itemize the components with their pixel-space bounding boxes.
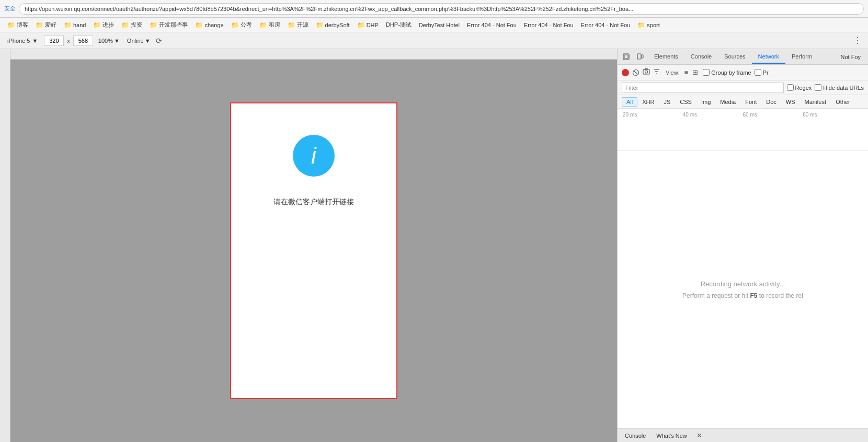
device-toolbar-icon[interactable] <box>634 51 646 63</box>
bookmark-item[interactable]: 📁hand <box>61 20 89 30</box>
bookmark-label: 开发那些事 <box>159 21 188 29</box>
info-letter-icon: i <box>311 144 316 167</box>
device-dropdown-icon: ▼ <box>32 38 38 44</box>
list-view-icon[interactable]: ≡ <box>683 68 690 77</box>
clear-button[interactable] <box>632 69 639 76</box>
group-by-frame-checkbox-group: Group by frame <box>703 69 751 76</box>
bookmark-label: hand <box>73 22 86 28</box>
device-selector[interactable]: iPhone 5 ▼ <box>4 37 41 45</box>
record-button[interactable] <box>622 69 629 76</box>
network-mode-selector[interactable]: Online ▼ <box>125 37 153 45</box>
regex-label: Regex <box>795 85 812 91</box>
devtools-tab-sources[interactable]: Sources <box>718 50 751 64</box>
type-filter-img[interactable]: Img <box>696 97 715 107</box>
more-options-icon[interactable]: ⋮ <box>851 34 864 46</box>
regex-checkbox[interactable] <box>787 84 794 91</box>
network-toolbar: View: ≡ ⊞ Group by frame Pr <box>618 65 868 80</box>
browser-chrome: 安全 📁博客📁爱好📁hand📁进步📁投资📁开发那些事📁change📁公考📁租房📁… <box>0 0 868 442</box>
screenshot-button[interactable] <box>643 68 650 77</box>
type-filter-js[interactable]: JS <box>659 97 675 107</box>
height-input[interactable] <box>73 36 93 46</box>
type-filter-ws[interactable]: WS <box>781 97 800 107</box>
bookmark-item[interactable]: 📁开源 <box>284 20 312 30</box>
devtools-tab-elements[interactable]: Elements <box>648 50 684 64</box>
bookmark-label: DerbyTest Hotel <box>419 22 460 28</box>
svg-rect-2 <box>637 54 641 59</box>
bookmark-item[interactable]: 📁change <box>192 20 226 30</box>
bookmark-label: 进步 <box>102 21 114 29</box>
device-frame-container: i 请在微信客户端打开链接 <box>10 60 617 442</box>
devtools-tab-network[interactable]: Network <box>752 50 785 64</box>
group-by-frame-checkbox[interactable] <box>703 69 710 76</box>
security-label: 安全 <box>4 5 16 13</box>
timeline-label: 20 ms <box>623 112 683 118</box>
bookmark-label: DHP <box>367 22 379 28</box>
tree-view-icon[interactable]: ⊞ <box>691 68 700 77</box>
type-filter-media[interactable]: Media <box>715 97 740 107</box>
main-area: i 请在微信客户端打开链接 <box>0 49 868 442</box>
console-tab[interactable]: Console <box>622 432 649 440</box>
address-bar[interactable] <box>19 3 864 15</box>
timeline-area: 20 ms40 ms60 ms80 ms <box>618 109 868 150</box>
ruler-left <box>0 49 10 442</box>
bookmark-item[interactable]: 📁DHP <box>354 20 382 30</box>
bookmark-item[interactable]: 📁租房 <box>256 20 283 30</box>
recording-hint: Perform a request or hit F5 to record th… <box>682 292 803 299</box>
folder-icon: 📁 <box>7 21 15 29</box>
filter-input[interactable] <box>622 83 784 93</box>
bookmark-item[interactable]: 📁进步 <box>90 20 117 30</box>
width-input[interactable] <box>44 36 64 46</box>
folder-icon: 📁 <box>288 21 295 29</box>
bookmark-label: Error 404 - Not Fou <box>524 22 574 28</box>
bookmark-item[interactable]: DerbyTest Hotel <box>416 21 463 29</box>
folder-icon: 📁 <box>316 21 324 29</box>
recording-area: Recording network activity... Perform a … <box>618 150 868 428</box>
zoom-selector[interactable]: 100% ▼ <box>96 37 122 45</box>
filter-button[interactable] <box>653 68 660 77</box>
bookmark-item[interactable]: Error 404 - Not Fou <box>464 21 520 29</box>
timeline-label: 80 ms <box>803 112 863 118</box>
bookmark-label: 博客 <box>17 21 28 29</box>
type-filter-css[interactable]: CSS <box>675 97 696 107</box>
whats-new-tab[interactable]: What's New <box>653 432 690 440</box>
bookmark-item[interactable]: 📁sport <box>634 20 663 30</box>
type-filter-all[interactable]: All <box>622 97 637 107</box>
inspect-element-icon[interactable] <box>621 51 632 63</box>
bookmark-item[interactable]: 📁derbySoft <box>313 20 353 30</box>
bookmark-item[interactable]: Error 404 - Not Fou <box>521 21 577 29</box>
address-bar-row: 安全 <box>0 0 868 18</box>
type-filter-manifest[interactable]: Manifest <box>800 97 831 107</box>
bookmarks-bar: 📁博客📁爱好📁hand📁进步📁投资📁开发那些事📁change📁公考📁租房📁开源📁… <box>0 18 868 32</box>
svg-point-7 <box>645 71 648 73</box>
bookmark-label: derbySoft <box>325 22 350 28</box>
close-bottom-panel-icon[interactable]: ✕ <box>694 431 704 440</box>
type-filter-xhr[interactable]: XHR <box>637 97 659 107</box>
bookmark-label: 租房 <box>269 21 280 29</box>
bookmark-item[interactable]: 📁爱好 <box>32 20 60 30</box>
bookmark-item[interactable]: DHP-测试 <box>383 20 415 30</box>
rotate-icon[interactable]: ⟳ <box>156 37 162 45</box>
devtools-bottom: Console What's New ✕ <box>618 428 868 442</box>
type-filter-doc[interactable]: Doc <box>761 97 781 107</box>
view-icons: ≡ ⊞ <box>683 68 700 77</box>
bookmark-item[interactable]: 📁公考 <box>228 20 255 30</box>
not-foy-label: Not Foy <box>836 53 865 61</box>
dim-separator: x <box>67 38 70 44</box>
type-filter-font[interactable]: Font <box>740 97 761 107</box>
bookmark-item[interactable]: Error 404 - Not Fou <box>578 21 634 29</box>
folder-icon: 📁 <box>231 21 239 29</box>
bookmark-item[interactable]: 📁博客 <box>4 20 31 30</box>
devtools-tab-perform[interactable]: Perform <box>785 50 818 64</box>
preserve-log-checkbox[interactable] <box>755 69 761 76</box>
filter-row: Regex Hide data URLs <box>618 80 868 95</box>
bookmark-item[interactable]: 📁开发那些事 <box>146 20 191 30</box>
hide-data-urls-checkbox[interactable] <box>815 84 821 91</box>
timeline-label: 60 ms <box>743 112 803 118</box>
bookmark-item[interactable]: 📁投资 <box>118 20 145 30</box>
bookmark-label: 投资 <box>131 21 142 29</box>
bookmark-label: Error 404 - Not Fou <box>467 22 517 28</box>
group-by-frame-label: Group by frame <box>711 69 751 76</box>
network-mode-value: Online <box>127 38 144 44</box>
type-filter-other[interactable]: Other <box>831 97 855 107</box>
devtools-tab-console[interactable]: Console <box>684 50 718 64</box>
